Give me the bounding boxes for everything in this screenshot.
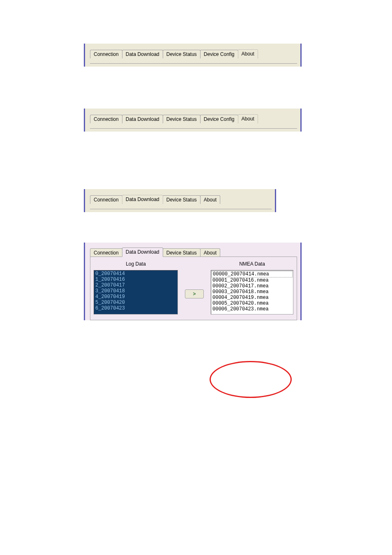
list-item[interactable]: 3_20070418	[95, 288, 177, 294]
tab-device-status[interactable]: Device Status	[163, 50, 201, 58]
list-item[interactable]: 00006_20070423.nmea	[212, 306, 293, 312]
list-item[interactable]: 00001_20070416.nmea	[212, 278, 293, 283]
list-item[interactable]: 00000_20070414.nmea	[212, 271, 293, 278]
tab-device-status[interactable]: Device Status	[163, 115, 201, 123]
tab-connection[interactable]: Connection	[90, 195, 122, 204]
list-item[interactable]: 5_20070420	[95, 300, 177, 305]
tab-data-download[interactable]: Data Download	[122, 50, 163, 58]
list-item[interactable]: 4_20070419	[95, 294, 177, 300]
log-data-header: Log Data	[94, 261, 178, 267]
tab-about[interactable]: About	[238, 114, 258, 123]
data-download-panel: Connection Data Download Device Status A…	[84, 243, 302, 320]
tab-data-download[interactable]: Data Download	[122, 195, 163, 204]
tab-device-status[interactable]: Device Status	[163, 248, 201, 257]
tab-device-config[interactable]: Device Config	[200, 115, 238, 123]
tab-about[interactable]: About	[200, 195, 220, 204]
list-item[interactable]: 00005_20070420.nmea	[212, 301, 293, 306]
tab-connection[interactable]: Connection	[90, 115, 122, 123]
transfer-right-button[interactable]: >	[185, 289, 204, 298]
tab-strip-b: Connection Data Download Device Status D…	[84, 109, 302, 132]
list-item[interactable]: 00004_20070419.nmea	[212, 295, 293, 301]
list-item[interactable]: 00002_20070417.nmea	[212, 283, 293, 289]
log-data-listbox[interactable]: 0_20070414 1_20070416 2_20070417 3_20070…	[94, 270, 178, 314]
nmea-data-header: NMEA Data	[211, 261, 293, 267]
tab-device-config[interactable]: Device Config	[200, 50, 238, 58]
tab-connection[interactable]: Connection	[90, 248, 122, 257]
list-item[interactable]: 1_20070416	[95, 277, 177, 282]
tab-strip-a: Connection Data Download Device Status D…	[84, 44, 302, 67]
list-item[interactable]: 6_20070423	[95, 305, 177, 311]
list-item[interactable]: 0_20070414	[95, 271, 177, 277]
tab-data-download[interactable]: Data Download	[122, 247, 163, 257]
tab-data-download[interactable]: Data Download	[122, 115, 163, 123]
tab-device-status[interactable]: Device Status	[163, 195, 201, 204]
annotation-ellipse	[210, 361, 292, 398]
list-item[interactable]: 00003_20070418.nmea	[212, 289, 293, 295]
list-item[interactable]: 2_20070417	[95, 282, 177, 288]
nmea-data-listbox[interactable]: 00000_20070414.nmea 00001_20070416.nmea …	[211, 270, 293, 314]
tab-about[interactable]: About	[238, 49, 258, 58]
tab-strip-c: Connection Data Download Device Status A…	[84, 189, 276, 212]
tab-connection[interactable]: Connection	[90, 50, 122, 58]
tab-about[interactable]: About	[200, 248, 220, 257]
